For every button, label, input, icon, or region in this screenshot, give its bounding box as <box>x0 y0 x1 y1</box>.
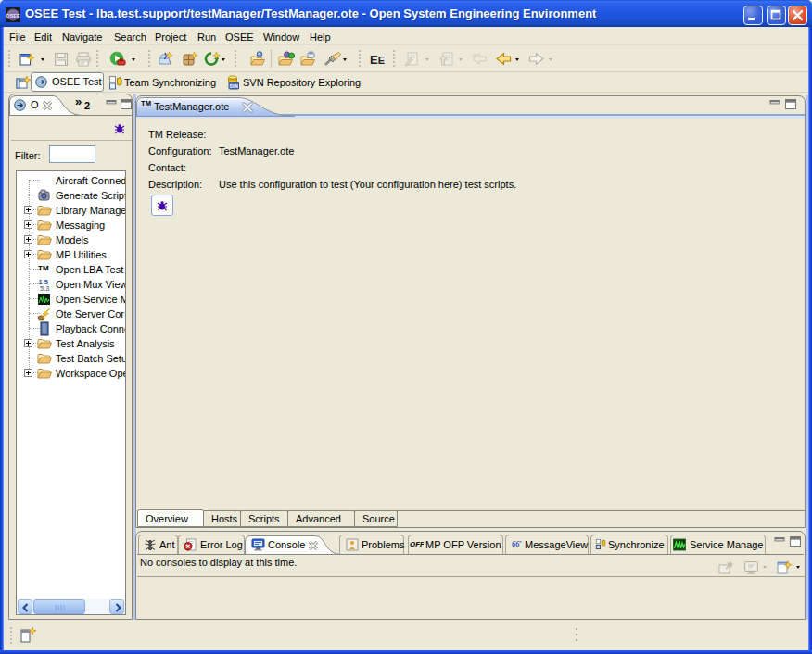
svg-text:5.3: 5.3 <box>40 284 49 292</box>
svg-text:OSEE: OSEE <box>6 13 20 19</box>
svg-text:SVN: SVN <box>229 84 238 89</box>
svg-text:TM: TM <box>38 264 49 272</box>
svg-text:66′: 66′ <box>512 539 522 548</box>
svg-text:OFP: OFP <box>410 540 424 548</box>
